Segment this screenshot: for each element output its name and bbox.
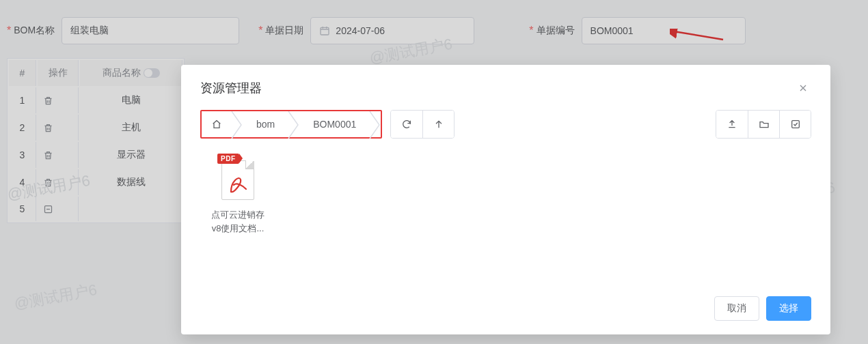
go-up-button[interactable] (422, 111, 454, 138)
file-item[interactable]: PDF 点可云进销存v8使用文档... (200, 154, 275, 235)
chevron-right-icon (370, 111, 381, 139)
chevron-right-icon (232, 111, 243, 139)
dialog-title: 资源管理器 (200, 80, 262, 96)
nav-button-group (390, 110, 455, 139)
file-name: 点可云进销存v8使用文档... (200, 208, 275, 235)
breadcrumb-home[interactable] (202, 111, 232, 137)
pdf-badge: PDF (217, 154, 239, 164)
breadcrumb: bom BOM0001 (200, 110, 382, 139)
breadcrumb-item-code[interactable]: BOM0001 (299, 111, 370, 137)
new-folder-button[interactable] (748, 111, 779, 138)
upload-button[interactable] (716, 111, 748, 138)
pdf-file-icon: PDF (217, 154, 258, 201)
dialog-footer: 取消 选择 (714, 296, 811, 321)
chevron-right-icon (288, 111, 299, 139)
resource-manager-dialog: 资源管理器 bom BOM0001 (181, 65, 830, 334)
action-button-group (716, 110, 811, 139)
dialog-toolbar: bom BOM0001 (200, 110, 811, 139)
close-icon[interactable] (795, 80, 811, 96)
folder-icon (759, 119, 770, 130)
upload-icon (727, 119, 737, 130)
select-all-button[interactable] (779, 111, 811, 138)
refresh-icon (401, 119, 412, 130)
svg-rect-3 (791, 121, 799, 128)
refresh-button[interactable] (391, 111, 422, 138)
breadcrumb-item-bom[interactable]: bom (243, 111, 288, 137)
check-square-icon (790, 119, 801, 130)
cancel-button[interactable]: 取消 (714, 296, 759, 321)
arrow-up-icon (433, 119, 444, 130)
home-icon (211, 119, 222, 130)
confirm-button[interactable]: 选择 (766, 296, 811, 321)
